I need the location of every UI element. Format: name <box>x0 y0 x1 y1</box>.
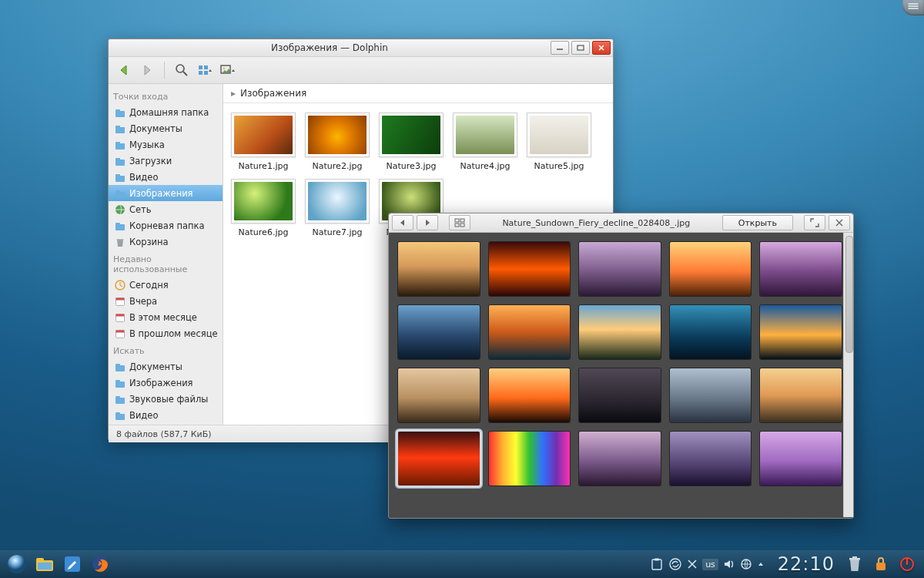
gwenview-thumbnail[interactable] <box>579 242 661 296</box>
close-thumbnail-bar-button[interactable] <box>829 215 850 230</box>
firefox-launcher[interactable] <box>89 553 111 575</box>
editor-launcher[interactable] <box>62 553 83 575</box>
sidebar-item[interactable]: Видео <box>109 169 223 185</box>
activities-button[interactable] <box>902 0 924 15</box>
svg-rect-38 <box>116 412 120 415</box>
sidebar-item[interactable]: Сеть <box>109 201 223 217</box>
network-tray-icon[interactable] <box>740 558 752 570</box>
places-sidebar[interactable]: Точки входаДомашняя папкаДокументыМузыка… <box>109 84 223 425</box>
next-button[interactable] <box>417 215 438 230</box>
folder-video-icon <box>115 410 126 421</box>
breadcrumb[interactable]: ▸ Изображения <box>223 84 613 103</box>
file-manager-launcher[interactable] <box>34 553 55 575</box>
sidebar-item-label: Изображения <box>129 188 193 199</box>
updates-tray-icon[interactable] <box>668 557 682 571</box>
file-item[interactable]: Nature3.jpg <box>374 113 448 171</box>
sidebar-item-label: Вчера <box>129 296 157 307</box>
sidebar-item[interactable]: Загрузки <box>109 153 223 169</box>
file-name: Nature5.jpg <box>534 161 584 171</box>
sidebar-item[interactable]: Документы <box>109 358 223 375</box>
calendar-icon <box>115 312 126 323</box>
breadcrumb-folder[interactable]: Изображения <box>240 88 306 99</box>
sidebar-item[interactable]: В прошлом месяце <box>109 325 223 341</box>
sidebar-item[interactable]: Вчера <box>109 293 223 309</box>
sidebar-item[interactable]: Изображения <box>109 375 223 391</box>
sidebar-item-label: Сегодня <box>129 280 169 291</box>
calendar-icon <box>115 296 126 307</box>
trash-panel-icon[interactable] <box>844 553 865 575</box>
gwenview-thumbnail[interactable] <box>760 368 842 422</box>
clipboard-tray-icon[interactable] <box>650 557 664 571</box>
desktop[interactable]: Изображения — Dolphin Точки входаДомашня… <box>0 0 924 578</box>
svg-rect-23 <box>117 239 124 240</box>
file-item[interactable]: Nature5.jpg <box>522 113 596 171</box>
gwenview-thumbnail[interactable] <box>398 242 480 296</box>
preview-button[interactable] <box>219 61 237 79</box>
gwenview-scrollbar[interactable] <box>843 233 853 517</box>
tray-close-icon[interactable] <box>687 559 698 570</box>
gwenview-thumbnail[interactable] <box>760 432 842 486</box>
gwenview-thumbnail[interactable] <box>760 242 842 296</box>
scrollbar-thumb[interactable] <box>845 236 853 353</box>
gwenview-thumbnail[interactable] <box>670 432 752 486</box>
gwenview-thumbnail[interactable] <box>579 432 661 486</box>
sidebar-item[interactable]: Корзина <box>109 234 223 250</box>
sidebar-item[interactable]: Изображения <box>109 185 223 201</box>
sidebar-item[interactable]: Музыка <box>109 136 223 153</box>
clock-icon <box>115 280 126 291</box>
browse-mode-button[interactable] <box>449 215 470 230</box>
forward-button[interactable] <box>138 61 156 79</box>
fullscreen-button[interactable] <box>804 215 825 230</box>
sidebar-item[interactable]: В этом месяце <box>109 309 223 325</box>
sidebar-item[interactable]: Документы <box>109 120 223 136</box>
gwenview-thumbnail[interactable] <box>489 305 571 359</box>
sidebar-item[interactable]: Звуковые файлы <box>109 391 223 407</box>
file-item[interactable]: Nature1.jpg <box>226 113 300 171</box>
volume-tray-icon[interactable] <box>723 558 735 570</box>
keyboard-layout-indicator[interactable]: us <box>702 559 718 570</box>
power-button[interactable] <box>896 553 918 575</box>
open-button[interactable]: Открыть <box>722 215 793 230</box>
file-item[interactable]: Nature7.jpg <box>300 179 374 237</box>
sidebar-item[interactable]: Домашняя папка <box>109 104 223 120</box>
svg-rect-55 <box>652 560 661 570</box>
svg-point-57 <box>670 559 681 570</box>
gwenview-thumbnail[interactable] <box>670 305 752 359</box>
file-item[interactable]: Nature6.jpg <box>226 179 300 237</box>
gwenview-thumbnail-grid[interactable] <box>389 233 843 517</box>
gwenview-thumbnail[interactable] <box>760 305 842 359</box>
gwenview-thumbnail[interactable] <box>670 368 752 422</box>
maximize-button[interactable] <box>571 41 590 55</box>
gwenview-thumbnail[interactable] <box>670 242 752 296</box>
prev-button[interactable] <box>392 215 413 230</box>
file-item[interactable]: Nature4.jpg <box>448 113 522 171</box>
svg-rect-5 <box>204 71 208 75</box>
gwenview-thumbnail[interactable] <box>398 368 480 422</box>
globe-icon <box>115 204 126 215</box>
view-mode-button[interactable] <box>196 61 214 79</box>
file-name: Nature4.jpg <box>460 161 511 171</box>
close-button[interactable] <box>592 41 611 55</box>
app-launcher-button[interactable] <box>6 553 28 575</box>
gwenview-thumbnail[interactable] <box>489 368 571 422</box>
gwenview-thumbnail[interactable] <box>489 242 571 296</box>
search-button[interactable] <box>172 61 191 79</box>
sidebar-item-label: Документы <box>129 361 182 372</box>
sidebar-item[interactable]: Видео <box>109 407 223 423</box>
file-item[interactable]: Nature2.jpg <box>300 113 374 171</box>
svg-rect-34 <box>116 380 120 383</box>
file-thumbnail <box>231 179 296 223</box>
gwenview-thumbnail[interactable] <box>489 432 571 486</box>
gwenview-thumbnail[interactable] <box>579 305 661 359</box>
sidebar-item[interactable]: Сегодня <box>109 277 223 293</box>
sidebar-item[interactable]: Корневая папка <box>109 217 223 234</box>
dolphin-titlebar[interactable]: Изображения — Dolphin <box>109 39 613 57</box>
gwenview-thumbnail[interactable] <box>398 432 480 486</box>
gwenview-thumbnail[interactable] <box>579 368 661 422</box>
clock[interactable]: 22:10 <box>778 553 835 575</box>
back-button[interactable] <box>115 61 133 79</box>
tray-expand-icon[interactable] <box>757 559 765 570</box>
gwenview-thumbnail[interactable] <box>398 305 480 359</box>
lock-panel-icon[interactable] <box>870 553 892 575</box>
minimize-button[interactable] <box>551 41 569 55</box>
